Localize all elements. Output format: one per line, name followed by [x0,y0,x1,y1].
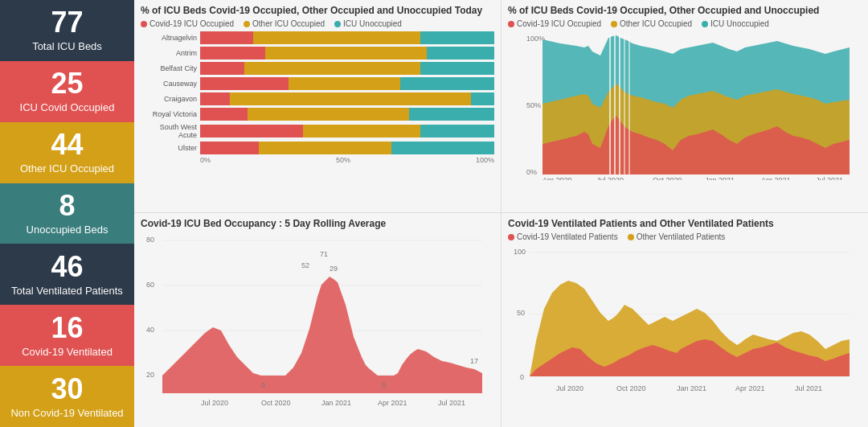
stat-label-6: Non Covid-19 Ventilated [10,407,123,419]
top-left-legend: Covid-19 ICU OccupiedOther ICU OccupiedI… [141,19,494,28]
bar-container [200,125,494,138]
svg-text:Jan 2021: Jan 2021 [677,384,706,392]
top-right-legend: Covid-19 ICU OccupiedOther ICU OccupiedI… [508,19,862,28]
legend-label: ICU Unoccupied [710,19,769,28]
bar-container [200,62,494,75]
svg-text:Apr 2021: Apr 2021 [761,176,791,180]
svg-text:0: 0 [382,381,386,389]
bar-segment-gold [248,108,409,121]
stat-number-1: 25 [51,69,83,98]
bar-container [200,142,494,154]
legend-dot [141,21,147,27]
bar-segment-gold [259,142,391,154]
svg-text:Oct 2020: Oct 2020 [653,176,682,180]
svg-text:17: 17 [470,357,478,365]
stat-box-0: 77Total ICU Beds [0,0,134,61]
svg-text:Jul 2020: Jul 2020 [596,176,624,180]
svg-text:Jul 2020: Jul 2020 [201,399,228,407]
svg-text:60: 60 [146,281,154,289]
bar-container [200,108,494,121]
stat-label-2: Other ICU Occupied [20,162,114,174]
stat-box-2: 44Other ICU Occupied [0,122,134,183]
x-axis-label: 100% [476,156,494,164]
legend-item: Other Ventilated Patients [628,232,726,241]
svg-text:Apr 2020: Apr 2020 [542,176,572,180]
bar-label: Craigavon [141,95,197,103]
stat-number-3: 8 [59,191,75,220]
legend-dot [702,21,708,27]
legend-dot [508,21,514,27]
bar-label: Belfast City [141,64,197,72]
stat-box-6: 30Non Covid-19 Ventilated [0,366,134,427]
stat-label-3: Unoccupied Beds [27,224,108,236]
bar-segment-red [200,77,289,90]
bar-row: Causeway [141,77,494,90]
bottom-right-panel: Covid-19 Ventilated Patients and Other V… [502,213,868,427]
legend-label: Covid-19 ICU Occupied [517,19,601,28]
stat-number-4: 46 [51,253,83,281]
charts-top-row: % of ICU Beds Covid-19 Occupied, Other O… [134,0,868,213]
stat-number-6: 30 [51,375,83,404]
svg-text:100: 100 [514,248,526,256]
bar-row: Antrim [141,47,494,60]
legend-label: Other ICU Occupied [252,19,325,28]
legend-item: ICU Unoccupied [702,19,769,28]
bar-segment-gold [289,77,400,90]
bar-label: Ulster [141,144,197,152]
legend-dot [244,21,250,27]
top-right-chart: 100% 50% 0% Apr 2020 Jul 2020 Oct 2020 J… [508,31,862,180]
svg-text:Jul 2021: Jul 2021 [438,399,465,407]
svg-text:Apr 2021: Apr 2021 [735,384,765,392]
bar-label: Altnagelvin [141,34,197,42]
svg-text:50%: 50% [526,101,541,109]
main-content: % of ICU Beds Covid-19 Occupied, Other O… [134,0,868,427]
bar-container [200,47,494,60]
svg-text:Jul 2021: Jul 2021 [795,384,822,392]
legend-item: Other ICU Occupied [611,19,692,28]
sidebar: 77Total ICU Beds25ICU Covid Occupied44Ot… [0,0,134,427]
bar-segment-teal [391,142,494,154]
bar-segment-gold [244,62,421,75]
bar-label: South West Acute [141,123,197,139]
bar-segment-red [200,125,303,138]
bottom-right-chart: 100 50 0 Jul 2020 Oct 2020 Jan 2021 Apr … [508,244,862,413]
bar-segment-red [200,108,248,121]
svg-text:Oct 2020: Oct 2020 [616,384,646,392]
bar-row: Craigavon [141,92,494,105]
bar-segment-red [200,92,230,105]
bottom-left-title: Covid-19 ICU Bed Occupancy : 5 Day Rolli… [141,218,494,229]
bar-row: South West Acute [141,123,494,139]
bar-segment-teal [420,31,494,44]
bar-segment-gold [303,125,420,138]
charts-bottom-row: Covid-19 ICU Bed Occupancy : 5 Day Rolli… [134,213,868,427]
bar-container [200,92,494,105]
legend-item: Other ICU Occupied [244,19,325,28]
stat-label-4: Total Ventilated Patients [11,285,123,297]
legend-item: Covid-19 Ventilated Patients [508,232,618,241]
svg-text:Apr 2021: Apr 2021 [378,399,407,407]
stat-box-5: 16Covid-19 Ventilated [0,305,134,366]
svg-text:40: 40 [146,326,154,334]
top-right-title: % of ICU Beds Covid-19 Occupied, Other O… [508,5,862,16]
top-left-panel: % of ICU Beds Covid-19 Occupied, Other O… [134,0,502,212]
bar-segment-red [200,31,253,44]
legend-item: ICU Unoccupied [334,19,402,28]
bar-container [200,77,494,90]
legend-label: Other Ventilated Patients [637,232,726,241]
legend-dot [334,21,341,27]
bar-segment-teal [420,62,494,75]
svg-text:Oct 2020: Oct 2020 [261,399,291,407]
x-axis-label: 0% [200,156,211,164]
stat-number-2: 44 [51,130,83,159]
svg-text:0%: 0% [526,168,537,176]
stat-box-1: 25ICU Covid Occupied [0,61,134,122]
bottom-right-title: Covid-19 Ventilated Patients and Other V… [508,218,862,229]
bottom-left-chart: 80 60 40 20 0 52 29 71 0 17 Jul 2020 [141,232,494,417]
bar-segment-teal [400,77,494,90]
svg-text:Jan 2021: Jan 2021 [321,399,351,407]
bar-segment-teal [427,47,494,60]
svg-text:Jul 2021: Jul 2021 [816,176,843,180]
bottom-left-panel: Covid-19 ICU Bed Occupancy : 5 Day Rolli… [134,213,502,427]
bar-segment-red [200,47,265,60]
bar-row: Ulster [141,142,494,154]
